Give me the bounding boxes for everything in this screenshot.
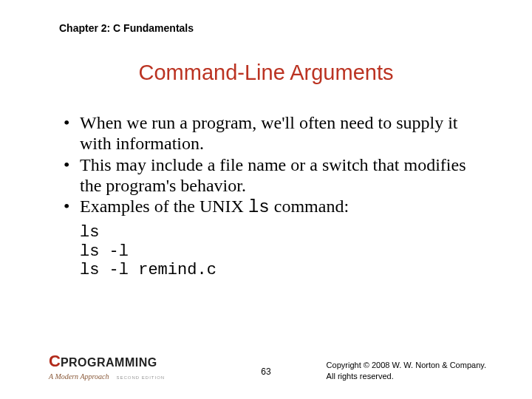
chapter-label: Chapter 2: C Fundamentals xyxy=(59,22,194,34)
bullet-text: When we run a program, we'll often need … xyxy=(80,113,458,153)
bullet-text-prefix: Examples of the UNIX xyxy=(80,197,248,216)
slide-body: When we run a program, we'll often need … xyxy=(59,112,488,280)
copyright-line: Copyright © 2008 W. W. Norton & Company. xyxy=(327,360,486,370)
footer: CPROGRAMMING A Modern Approach SECOND ED… xyxy=(0,352,532,381)
copyright-line: All rights reserved. xyxy=(327,371,486,381)
bullet-item: This may include a file name or a switch… xyxy=(59,154,488,197)
copyright: Copyright © 2008 W. W. Norton & Company.… xyxy=(327,360,486,381)
slide: Chapter 2: C Fundamentals Command-Line A… xyxy=(0,0,532,399)
bullet-text-mono: ls xyxy=(248,197,270,217)
code-block: ls ls -l ls -l remind.c xyxy=(80,223,488,281)
bullet-item: When we run a program, we'll often need … xyxy=(59,112,488,154)
bullet-list: When we run a program, we'll often need … xyxy=(59,112,488,219)
bullet-text-suffix: command: xyxy=(270,197,349,216)
bullet-item: Examples of the UNIX ls command: xyxy=(59,196,488,218)
slide-title: Command-Line Arguments xyxy=(0,61,532,85)
bullet-text: This may include a file name or a switch… xyxy=(80,155,466,195)
